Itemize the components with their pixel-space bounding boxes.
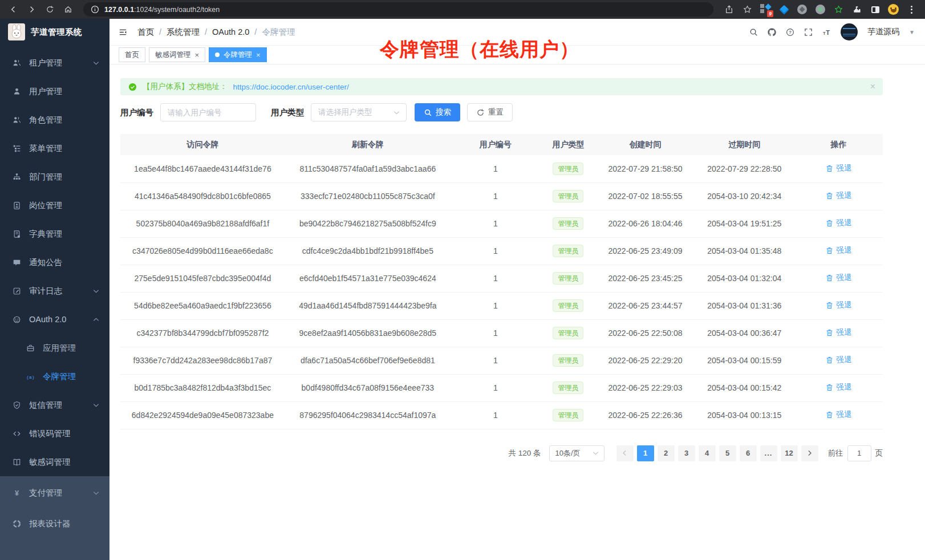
sidebar-item[interactable]: 通知公告 bbox=[0, 248, 109, 277]
page-button[interactable]: 6 bbox=[740, 445, 757, 461]
user-type-badge: 管理员 bbox=[553, 354, 583, 367]
bookmark-star-icon[interactable] bbox=[740, 2, 754, 17]
pixel-extension-icon[interactable]: 9 bbox=[760, 4, 771, 15]
user-icon bbox=[13, 87, 21, 96]
sidebar-item[interactable]: 角色管理 bbox=[0, 105, 109, 134]
sidebar-item[interactable]: OAuth 2.0 bbox=[0, 305, 109, 334]
prev-page-button[interactable] bbox=[616, 445, 634, 461]
reload-icon[interactable] bbox=[42, 2, 57, 17]
sidebar-item[interactable]: 用户管理 bbox=[0, 77, 109, 105]
page-button[interactable]: 2 bbox=[658, 445, 675, 461]
sidebar-item[interactable]: 报表设计器 bbox=[0, 508, 109, 539]
force-logout-button[interactable]: 强退 bbox=[825, 190, 851, 201]
sidebar-item[interactable]: 菜单管理 bbox=[0, 134, 109, 163]
reset-button[interactable]: 重置 bbox=[467, 103, 513, 121]
sidebar-item[interactable]: 短信管理 bbox=[0, 391, 109, 419]
breadcrumb-separator: / bbox=[254, 27, 257, 36]
star-extension-icon[interactable] bbox=[833, 4, 844, 15]
home-icon[interactable] bbox=[60, 2, 75, 17]
breadcrumb-item[interactable]: 令牌管理 / bbox=[262, 27, 295, 38]
fullscreen-icon[interactable] bbox=[804, 28, 813, 36]
doc-link[interactable]: https://doc.iocoder.cn/user-center/ bbox=[233, 83, 349, 91]
page-button[interactable]: 4 bbox=[699, 445, 716, 461]
sidebar-item-label: 应用管理 bbox=[43, 343, 92, 354]
app-root: 芋道管理系统 租户管理 用户管理 角色管理 bbox=[0, 19, 925, 560]
force-logout-button[interactable]: 强退 bbox=[825, 327, 851, 338]
sidebar-item-label: 短信管理 bbox=[29, 400, 84, 411]
force-logout-button[interactable]: 强退 bbox=[825, 218, 851, 228]
page-size-select[interactable]: 10条/页 bbox=[549, 445, 605, 461]
url-bar[interactable]: 127.0.0.1:1024/system/oauth2/token bbox=[83, 2, 713, 17]
sidebar-item[interactable]: 敏感词管理 bbox=[0, 448, 109, 476]
next-page-button[interactable] bbox=[801, 445, 818, 461]
page-button[interactable]: ... bbox=[760, 445, 777, 461]
sidebar-item[interactable]: ¥ 支付管理 bbox=[0, 477, 109, 508]
tab[interactable]: 首页 × bbox=[119, 47, 145, 62]
force-logout-button[interactable]: 强退 bbox=[825, 382, 851, 392]
create-time-cell: 2022-07-29 21:58:50 bbox=[596, 155, 694, 182]
sidebar-item[interactable]: 应用管理 bbox=[0, 334, 109, 362]
page-button[interactable]: 5 bbox=[719, 445, 736, 461]
profile-avatar-icon[interactable] bbox=[888, 4, 899, 15]
username[interactable]: 芋道源码 bbox=[867, 27, 899, 37]
close-icon[interactable]: × bbox=[256, 51, 261, 59]
user-id-input[interactable] bbox=[160, 103, 256, 121]
page-button[interactable]: 3 bbox=[678, 445, 695, 461]
goto-page-input[interactable] bbox=[847, 445, 871, 461]
user-type-badge: 管理员 bbox=[553, 217, 583, 230]
page-button[interactable]: 12 bbox=[781, 445, 798, 461]
user-type-badge: 管理员 bbox=[553, 163, 583, 175]
sidebar-item-label: 支付管理 bbox=[29, 488, 84, 498]
logo[interactable]: 芋道管理系统 bbox=[0, 19, 109, 45]
force-logout-button[interactable]: 强退 bbox=[825, 273, 851, 283]
force-logout-button[interactable]: 强退 bbox=[825, 409, 851, 420]
force-logout-button[interactable]: 强退 bbox=[825, 245, 851, 255]
question-icon[interactable]: ? bbox=[786, 28, 794, 36]
search-icon[interactable] bbox=[749, 28, 758, 36]
svg-text:¥: ¥ bbox=[15, 489, 19, 497]
record-extension-icon[interactable] bbox=[815, 4, 826, 15]
gray-circle-extension-icon[interactable] bbox=[797, 4, 808, 15]
font-size-icon[interactable]: TT bbox=[822, 28, 831, 36]
github-icon[interactable] bbox=[768, 28, 776, 36]
sidebar-item[interactable]: 审计日志 bbox=[0, 277, 109, 305]
create-time-cell: 2022-06-25 22:50:08 bbox=[596, 319, 694, 347]
browser-chrome: 127.0.0.1:1024/system/oauth2/token 9 bbox=[0, 0, 925, 19]
close-icon[interactable]: × bbox=[870, 82, 875, 91]
tab[interactable]: 令牌管理 × bbox=[209, 47, 267, 62]
sidebar-item-label: 租户管理 bbox=[29, 58, 84, 68]
collapse-menu-icon[interactable] bbox=[119, 28, 127, 36]
user-avatar[interactable] bbox=[841, 23, 858, 40]
browser-menu-icon[interactable] bbox=[906, 4, 917, 15]
share-icon[interactable] bbox=[721, 2, 736, 17]
gem-extension-icon[interactable] bbox=[778, 4, 789, 15]
search-button[interactable]: 搜索 bbox=[415, 103, 460, 121]
side-panel-icon[interactable] bbox=[870, 4, 881, 15]
force-logout-button[interactable]: 强退 bbox=[825, 163, 851, 173]
user-type-select[interactable]: 请选择用户类型 bbox=[311, 103, 407, 121]
sidebar-item[interactable]: 租户管理 bbox=[0, 48, 109, 77]
tags-bar: 首页 × 敏感词管理 × 令牌管理 × bbox=[109, 46, 925, 64]
actions-cell: 强退 bbox=[794, 347, 883, 374]
back-icon[interactable] bbox=[6, 2, 21, 17]
breadcrumb-item[interactable]: OAuth 2.0 / bbox=[212, 27, 262, 36]
refresh-icon bbox=[46, 5, 54, 14]
page-button[interactable]: 1 bbox=[637, 445, 654, 461]
breadcrumb-item[interactable]: 系统管理 / bbox=[167, 27, 212, 38]
close-icon[interactable]: × bbox=[195, 51, 200, 59]
report-circular-icon bbox=[13, 520, 21, 528]
sidebar-item[interactable]: 字典管理 bbox=[0, 220, 109, 248]
access-token-cell: 275e5de9151045fe87cbdc395e004f4d bbox=[120, 265, 285, 292]
sidebar-item[interactable]: (a) 令牌管理 bbox=[0, 362, 109, 391]
tab[interactable]: 敏感词管理 × bbox=[149, 47, 205, 62]
force-logout-button[interactable]: 强退 bbox=[825, 300, 851, 310]
create-time-cell: 2022-06-25 23:49:09 bbox=[596, 237, 694, 265]
sidebar-item[interactable]: 错误码管理 bbox=[0, 419, 109, 448]
chevron-down-icon[interactable]: ▼ bbox=[909, 29, 915, 35]
sidebar-item[interactable]: 岗位管理 bbox=[0, 191, 109, 220]
forward-icon[interactable] bbox=[24, 2, 39, 17]
sidebar-item[interactable]: 部门管理 bbox=[0, 163, 109, 191]
puzzle-extensions-icon[interactable] bbox=[851, 4, 862, 15]
force-logout-button[interactable]: 强退 bbox=[825, 355, 851, 365]
breadcrumb-item[interactable]: 首页 / bbox=[137, 27, 167, 38]
